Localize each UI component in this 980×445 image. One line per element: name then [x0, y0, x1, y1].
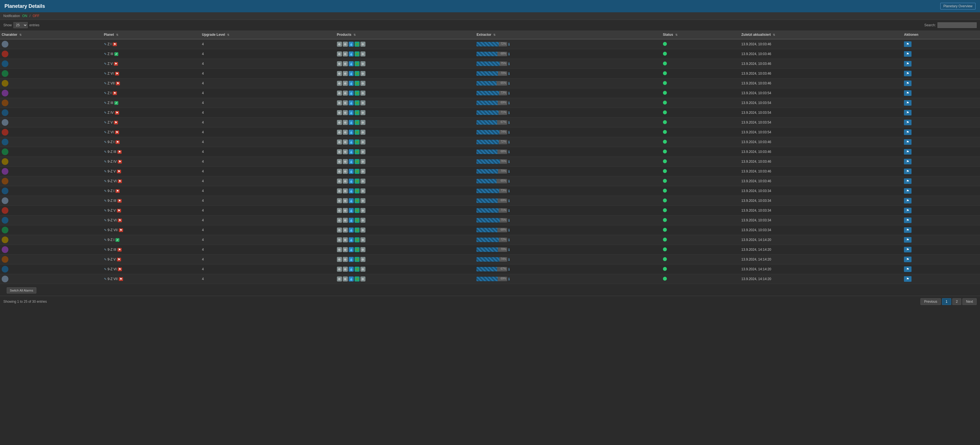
actions-cell[interactable]: ⚑ [902, 225, 980, 235]
action-button[interactable]: ⚑ [904, 159, 912, 164]
actions-cell[interactable]: ⚑ [902, 176, 980, 186]
action-button[interactable]: ⚑ [904, 61, 912, 67]
edit-planet-icon[interactable]: ✎ [104, 43, 107, 46]
planetary-overview-button[interactable]: Planetary Overview [940, 3, 975, 10]
info-icon[interactable]: ℹ [508, 257, 510, 262]
edit-planet-icon[interactable]: ✎ [104, 199, 107, 203]
action-button[interactable]: ⚑ [904, 129, 912, 135]
info-icon[interactable]: ℹ [508, 121, 510, 125]
info-icon[interactable]: ℹ [508, 62, 510, 66]
actions-cell[interactable]: ⚑ [902, 39, 980, 49]
edit-planet-icon[interactable]: ✎ [104, 267, 107, 271]
col-extractor[interactable]: Extractor ⇅ [475, 30, 661, 39]
info-icon[interactable]: ℹ [508, 238, 510, 242]
page-2-button[interactable]: 2 [952, 298, 961, 305]
edit-planet-icon[interactable]: ✎ [104, 72, 107, 75]
actions-cell[interactable]: ⚑ [902, 88, 980, 98]
actions-cell[interactable]: ⚑ [902, 127, 980, 137]
actions-cell[interactable]: ⚑ [902, 186, 980, 196]
edit-planet-icon[interactable]: ✎ [104, 189, 107, 193]
info-icon[interactable]: ℹ [508, 81, 510, 86]
action-button[interactable]: ⚑ [904, 168, 912, 174]
col-planet[interactable]: Planet ⇅ [102, 30, 200, 39]
entries-select[interactable]: 25 10 50 100 [13, 22, 28, 28]
next-button[interactable]: Next [963, 298, 977, 305]
info-icon[interactable]: ℹ [508, 199, 510, 203]
actions-cell[interactable]: ⚑ [902, 49, 980, 59]
edit-planet-icon[interactable]: ✎ [104, 238, 107, 242]
edit-planet-icon[interactable]: ✎ [104, 209, 107, 213]
actions-cell[interactable]: ⚑ [902, 255, 980, 264]
action-button[interactable]: ⚑ [904, 41, 912, 47]
actions-cell[interactable]: ⚑ [902, 137, 980, 147]
action-button[interactable]: ⚑ [904, 227, 912, 233]
info-icon[interactable]: ℹ [508, 140, 510, 144]
actions-cell[interactable]: ⚑ [902, 196, 980, 206]
col-upgrade-level[interactable]: Upgrade Level ⇅ [200, 30, 335, 39]
info-icon[interactable]: ℹ [508, 218, 510, 222]
switch-all-alarms-button[interactable]: Switch All Alarms [7, 288, 37, 294]
info-icon[interactable]: ℹ [508, 179, 510, 183]
info-icon[interactable]: ℹ [508, 208, 510, 213]
edit-planet-icon[interactable]: ✎ [104, 111, 107, 114]
actions-cell[interactable]: ⚑ [902, 79, 980, 88]
action-button[interactable]: ⚑ [904, 237, 912, 243]
edit-planet-icon[interactable]: ✎ [104, 160, 107, 164]
info-icon[interactable]: ℹ [508, 91, 510, 95]
col-updated[interactable]: Zuletzt aktualisiert ⇅ [740, 30, 902, 39]
actions-cell[interactable]: ⚑ [902, 245, 980, 255]
edit-planet-icon[interactable]: ✎ [104, 180, 107, 183]
edit-planet-icon[interactable]: ✎ [104, 91, 107, 95]
action-button[interactable]: ⚑ [904, 276, 912, 282]
notification-on[interactable]: ON [22, 14, 27, 18]
info-icon[interactable]: ℹ [508, 72, 510, 76]
edit-planet-icon[interactable]: ✎ [104, 219, 107, 222]
edit-planet-icon[interactable]: ✎ [104, 52, 107, 56]
action-button[interactable]: ⚑ [904, 188, 912, 194]
col-charakter[interactable]: Charakter ⇅ [0, 30, 102, 39]
info-icon[interactable]: ℹ [508, 277, 510, 281]
actions-cell[interactable]: ⚑ [902, 206, 980, 216]
info-icon[interactable]: ℹ [508, 150, 510, 154]
edit-planet-icon[interactable]: ✎ [104, 130, 107, 134]
action-button[interactable]: ⚑ [904, 208, 912, 213]
action-button[interactable]: ⚑ [904, 110, 912, 116]
col-products[interactable]: Products ⇅ [335, 30, 475, 39]
edit-planet-icon[interactable]: ✎ [104, 121, 107, 124]
edit-planet-icon[interactable]: ✎ [104, 277, 107, 281]
info-icon[interactable]: ℹ [508, 52, 510, 56]
actions-cell[interactable]: ⚑ [902, 157, 980, 167]
info-icon[interactable]: ℹ [508, 130, 510, 134]
edit-planet-icon[interactable]: ✎ [104, 101, 107, 105]
edit-planet-icon[interactable]: ✎ [104, 140, 107, 144]
action-button[interactable]: ⚑ [904, 100, 912, 106]
action-button[interactable]: ⚑ [904, 198, 912, 203]
actions-cell[interactable]: ⚑ [902, 69, 980, 79]
actions-cell[interactable]: ⚑ [902, 216, 980, 225]
action-button[interactable]: ⚑ [904, 257, 912, 262]
info-icon[interactable]: ℹ [508, 42, 510, 46]
action-button[interactable]: ⚑ [904, 81, 912, 86]
actions-cell[interactable]: ⚑ [902, 147, 980, 157]
action-button[interactable]: ⚑ [904, 71, 912, 76]
actions-cell[interactable]: ⚑ [902, 118, 980, 127]
action-button[interactable]: ⚑ [904, 90, 912, 96]
action-button[interactable]: ⚑ [904, 120, 912, 125]
action-button[interactable]: ⚑ [904, 247, 912, 253]
col-status[interactable]: Status ⇅ [661, 30, 740, 39]
actions-cell[interactable]: ⚑ [902, 108, 980, 118]
actions-cell[interactable]: ⚑ [902, 98, 980, 108]
actions-cell[interactable]: ⚑ [902, 264, 980, 274]
action-button[interactable]: ⚑ [904, 266, 912, 272]
edit-planet-icon[interactable]: ✎ [104, 62, 107, 66]
edit-planet-icon[interactable]: ✎ [104, 150, 107, 154]
page-1-button[interactable]: 1 [942, 298, 951, 305]
info-icon[interactable]: ℹ [508, 101, 510, 105]
info-icon[interactable]: ℹ [508, 169, 510, 173]
edit-planet-icon[interactable]: ✎ [104, 248, 107, 251]
info-icon[interactable]: ℹ [508, 189, 510, 193]
action-button[interactable]: ⚑ [904, 149, 912, 154]
action-button[interactable]: ⚑ [904, 218, 912, 223]
action-button[interactable]: ⚑ [904, 178, 912, 184]
actions-cell[interactable]: ⚑ [902, 274, 980, 284]
